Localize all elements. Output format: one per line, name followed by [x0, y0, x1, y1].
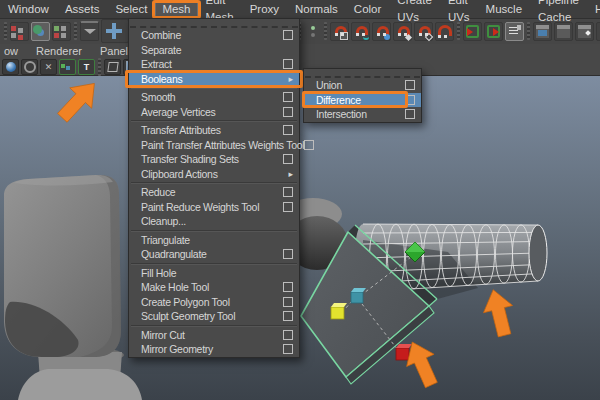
menu-separator	[131, 182, 297, 184]
text-display-icon[interactable]	[78, 59, 95, 75]
menu-separator	[131, 87, 297, 89]
menu-item-label: Create Polygon Tool	[141, 296, 283, 308]
menu-item-label: Make Hole Tool	[141, 281, 283, 293]
menu-item-cleanup[interactable]: Cleanup...	[129, 214, 299, 229]
menu-item-smooth[interactable]: Smooth	[129, 90, 299, 105]
menu-item-label: Union	[316, 79, 405, 91]
menu-item-reduce[interactable]: Reduce	[129, 185, 299, 200]
menu-item-combine[interactable]: Combine	[129, 28, 299, 43]
menu-item-label: Triangulate	[141, 234, 293, 246]
grid-subglyph	[340, 32, 348, 40]
cube-outline-icon[interactable]	[104, 59, 121, 75]
menu-item-label: Transfer Attributes	[141, 124, 283, 136]
panel-icon-row	[0, 58, 600, 75]
option-box-icon[interactable]	[283, 92, 293, 102]
channel-box-icon[interactable]	[505, 22, 524, 41]
menu-item-clipboard-actions[interactable]: Clipboard Actions▸	[129, 167, 299, 182]
panel-menu-renderer[interactable]: Renderer	[36, 45, 82, 58]
snap-curve-icon[interactable]	[351, 22, 370, 41]
menu-bar: WindowAssetsSelectMeshEdit MeshProxyNorm…	[0, 0, 600, 19]
menu-item-triangulate[interactable]: Triangulate	[129, 233, 299, 248]
viewport[interactable]	[0, 75, 600, 400]
maya-window: WindowAssetsSelectMeshEdit MeshProxyNorm…	[0, 0, 600, 400]
menu-edit-uvs[interactable]: Edit UVs	[440, 0, 478, 26]
menu-item-label: Transfer Shading Sets	[141, 153, 283, 165]
option-box-icon[interactable]	[283, 311, 293, 321]
option-box-icon[interactable]	[283, 154, 293, 164]
option-box-icon[interactable]	[283, 249, 293, 259]
textured-display-icon[interactable]	[59, 59, 76, 75]
menu-item-label: Booleans	[141, 73, 288, 85]
menu-item-make-hole-tool[interactable]: Make Hole Tool	[129, 280, 299, 295]
menu-item-label: Reduce	[141, 186, 283, 198]
menu-item-quadrangulate[interactable]: Quadrangulate	[129, 247, 299, 262]
menu-item-average-vertices[interactable]: Average Vertices	[129, 105, 299, 120]
render-settings-icon[interactable]	[596, 22, 600, 41]
booleans-submenu-tearoff[interactable]	[305, 69, 420, 78]
menu-item-paint-transfer-attributes-weights-tool[interactable]: Paint Transfer Attributes Weights Tool	[129, 138, 299, 153]
menu-create-uvs[interactable]: Create UVs	[389, 0, 440, 26]
option-box-icon[interactable]	[405, 109, 415, 119]
toggle-handle-icon[interactable]	[304, 23, 321, 40]
menu-item-label: Sculpt Geometry Tool	[141, 310, 283, 322]
option-box-icon[interactable]	[283, 282, 293, 292]
menu-item-union[interactable]: Union	[304, 78, 421, 93]
menu-item-transfer-attributes[interactable]: Transfer Attributes	[129, 123, 299, 138]
plus-icon[interactable]	[101, 19, 129, 43]
menu-select[interactable]: Select	[107, 1, 155, 18]
select-hierarchy-icon[interactable]	[10, 22, 29, 41]
option-box-icon[interactable]	[283, 297, 293, 307]
curve-subglyph	[363, 34, 369, 40]
menu-separator	[131, 120, 297, 122]
menu-assets[interactable]: Assets	[57, 1, 108, 18]
divider	[4, 22, 7, 40]
option-box-icon[interactable]	[283, 59, 293, 69]
menu-item-fill-hole[interactable]: Fill Hole	[129, 266, 299, 281]
menu-proxy[interactable]: Proxy	[242, 1, 287, 18]
option-box-icon[interactable]	[283, 107, 293, 117]
divider	[98, 58, 101, 76]
menu-item-create-polygon-tool[interactable]: Create Polygon Tool	[129, 295, 299, 310]
menu-item-extract[interactable]: Extract	[129, 57, 299, 72]
menu-item-difference[interactable]: Difference	[304, 93, 421, 108]
menu-mesh[interactable]: Mesh	[155, 1, 197, 18]
menu-item-mirror-cut[interactable]: Mirror Cut	[129, 328, 299, 343]
menu-window[interactable]: Window	[0, 1, 57, 18]
snap-grid-icon[interactable]	[330, 22, 349, 41]
menu-item-sculpt-geometry-tool[interactable]: Sculpt Geometry Tool	[129, 309, 299, 324]
menu-help[interactable]: Help	[587, 1, 600, 18]
snap-point-icon[interactable]	[372, 22, 391, 41]
shaded-display-icon[interactable]	[2, 59, 19, 75]
collapse-triangle-icon[interactable]	[80, 21, 99, 41]
output-connections-icon[interactable]	[484, 22, 503, 41]
menu-pipeline-cache[interactable]: Pipeline Cache	[530, 0, 587, 26]
menu-item-paint-reduce-weights-tool[interactable]: Paint Reduce Weights Tool	[129, 200, 299, 215]
select-component-icon[interactable]	[52, 22, 71, 41]
wire-on-shaded-icon[interactable]	[40, 59, 57, 75]
option-box-icon[interactable]	[304, 140, 314, 150]
menu-normals[interactable]: Normals	[287, 1, 346, 18]
menu-item-mirror-geometry[interactable]: Mirror Geometry	[129, 342, 299, 357]
menu-item-booleans[interactable]: Booleans▸	[129, 72, 299, 87]
option-box-icon[interactable]	[283, 125, 293, 135]
select-object-icon[interactable]	[31, 22, 50, 41]
option-box-icon[interactable]	[405, 80, 415, 90]
menu-color[interactable]: Color	[346, 1, 389, 18]
option-box-icon[interactable]	[405, 95, 415, 105]
option-box-icon[interactable]	[283, 30, 293, 40]
option-box-icon[interactable]	[283, 202, 293, 212]
submenu-arrow-icon: ▸	[288, 75, 293, 83]
menu-item-separate[interactable]: Separate	[129, 43, 299, 58]
panel-menu-row: owRendererPanels	[0, 44, 600, 58]
wireframe-display-icon[interactable]	[21, 59, 38, 75]
option-box-icon[interactable]	[283, 344, 293, 354]
option-box-icon[interactable]	[283, 187, 293, 197]
option-box-icon[interactable]	[283, 330, 293, 340]
menu-item-transfer-shading-sets[interactable]: Transfer Shading Sets	[129, 152, 299, 167]
divider	[74, 22, 77, 40]
mesh-menu-tearoff[interactable]	[130, 19, 298, 28]
panel-menu-ow[interactable]: ow	[4, 45, 18, 58]
menu-item-label: Paint Transfer Attributes Weights Tool	[141, 139, 304, 151]
menu-item-intersection[interactable]: Intersection	[304, 107, 421, 122]
menu-muscle[interactable]: Muscle	[478, 1, 530, 18]
